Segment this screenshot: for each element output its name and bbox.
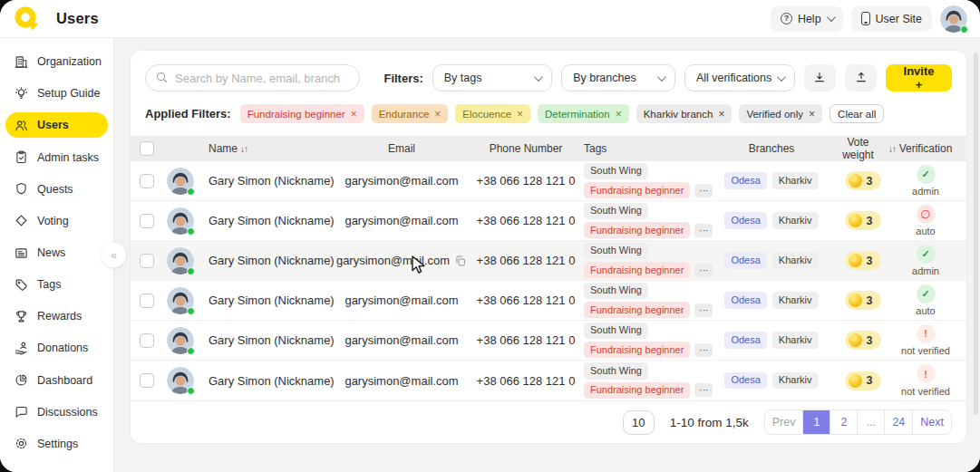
help-button[interactable]: ? Help	[771, 6, 843, 32]
app-logo-icon[interactable]	[15, 6, 39, 31]
more-tags-button[interactable]: ···	[694, 224, 713, 237]
chevron-down-icon	[827, 13, 836, 22]
search-input[interactable]	[145, 64, 360, 92]
sidebar-item-rewards[interactable]: Rewards	[5, 303, 108, 329]
sidebar-collapse-button[interactable]: «	[102, 243, 126, 267]
row-checkbox[interactable]	[140, 333, 154, 348]
verification-badge-icon	[917, 245, 936, 264]
tag-chip: South Wing	[584, 243, 648, 259]
sidebar-item-settings[interactable]: Settings	[5, 431, 108, 457]
table-row[interactable]: Gary Simon (Nickname) garysimon@mail.com…	[131, 281, 966, 321]
sidebar-item-users[interactable]: Users	[5, 112, 108, 138]
verification-label: not verified	[901, 386, 950, 397]
select-all-checkbox[interactable]	[140, 141, 154, 156]
row-checkbox[interactable]	[140, 373, 154, 388]
sidebar-item-news[interactable]: News	[5, 240, 108, 265]
user-email: garysimon@mail.com	[344, 174, 458, 188]
tag-chip: South Wing	[584, 203, 648, 219]
row-checkbox[interactable]	[140, 214, 154, 228]
more-tags-button[interactable]: ···	[694, 184, 713, 197]
user-site-button[interactable]: User Site	[851, 6, 932, 32]
user-site-label: User Site	[876, 13, 922, 25]
sort-icon[interactable]: ↓↑	[888, 144, 896, 154]
remove-filter-icon[interactable]: ×	[809, 109, 815, 120]
filter-chip: Determination×	[538, 104, 629, 123]
user-avatar	[167, 207, 194, 235]
table-row[interactable]: Gary Simon (Nickname) garysimon@mail.com…	[131, 321, 966, 361]
tag-chip: South Wing	[584, 283, 648, 299]
newspaper-icon	[14, 246, 29, 261]
sidebar-item-donations[interactable]: Donations	[5, 335, 108, 361]
user-name: Gary Simon (Nickname)	[209, 374, 335, 388]
sidebar-item-dashboard[interactable]: Dashboard	[5, 368, 108, 393]
page-size-select[interactable]: 10	[623, 410, 655, 435]
more-tags-button[interactable]: ···	[694, 303, 713, 317]
online-status-dot	[187, 188, 195, 196]
filter-chip-label: Elocuence	[462, 109, 511, 120]
sidebar-item-admin-tasks[interactable]: Admin tasks	[5, 144, 108, 169]
user-name: Gary Simon (Nickname)	[209, 333, 335, 347]
user-avatar	[167, 327, 194, 354]
row-checkbox[interactable]	[140, 174, 154, 188]
invite-button[interactable]: Invite +	[886, 64, 952, 92]
sidebar-item-voting[interactable]: Voting	[5, 208, 108, 234]
sidebar-item-tags[interactable]: Tags	[5, 272, 108, 297]
row-checkbox[interactable]	[140, 254, 154, 268]
sort-icon[interactable]: ↓↑	[240, 144, 247, 154]
table-row[interactable]: Gary Simon (Nickname) garysimon@mail.com…	[131, 201, 966, 241]
pagination-bar: 10 1-10 from 1,5k Prev 1 2 ... 24 Next	[131, 400, 966, 443]
gear-icon	[14, 436, 29, 451]
sidebar-item-quests[interactable]: Quests	[5, 177, 108, 202]
search-icon	[155, 71, 169, 84]
verification-label: auto	[916, 226, 935, 236]
more-tags-button[interactable]: ···	[694, 383, 713, 397]
vote-weight-pill: 3	[845, 251, 882, 270]
tags-filter-value: By tags	[444, 72, 482, 84]
row-checkbox[interactable]	[140, 294, 154, 308]
more-tags-button[interactable]: ···	[694, 343, 713, 357]
table-row[interactable]: Gary Simon (Nickname) garysimon@mail.com…	[131, 241, 966, 281]
copy-email-icon[interactable]	[454, 255, 467, 267]
remove-filter-icon[interactable]: ×	[351, 109, 357, 120]
next-page-button[interactable]: Next	[912, 410, 951, 434]
branches-filter-dropdown[interactable]: By branches	[561, 64, 675, 92]
upload-button[interactable]	[845, 64, 877, 92]
branch-chip: Odesa	[724, 332, 766, 348]
sidebar-item-setup-guide[interactable]: Setup Guide	[5, 81, 108, 106]
table-row[interactable]: Gary Simon (Nickname) garysimon@mail.com…	[131, 161, 966, 201]
remove-filter-icon[interactable]: ×	[718, 109, 724, 120]
trophy-icon	[14, 309, 29, 324]
user-name: Gary Simon (Nickname)	[209, 214, 335, 227]
verifications-filter-dropdown[interactable]: All verifications	[684, 64, 795, 92]
download-button[interactable]	[804, 64, 836, 92]
filter-chip-label: Verified only	[746, 109, 803, 120]
page-ellipsis: ...	[857, 410, 884, 434]
remove-filter-icon[interactable]: ×	[434, 109, 441, 120]
question-icon: ?	[781, 13, 792, 24]
page-button-2[interactable]: 2	[830, 410, 857, 434]
remove-filter-icon[interactable]: ×	[517, 109, 523, 120]
verification-badge-icon	[917, 205, 936, 224]
vote-weight-value: 3	[867, 215, 873, 227]
scrollbar[interactable]	[974, 53, 978, 415]
sidebar-item-discussions[interactable]: Discussions	[5, 400, 108, 425]
sidebar-item-label: Setup Guide	[37, 87, 101, 100]
branch-chip: Kharkiv	[772, 172, 819, 188]
clear-all-filters-button[interactable]: Clear all	[830, 104, 884, 123]
page-button-1[interactable]: 1	[802, 410, 830, 434]
more-tags-button[interactable]: ···	[694, 264, 713, 277]
column-header-name[interactable]: Name	[209, 142, 238, 155]
vote-weight-value: 3	[867, 175, 873, 188]
lightbulb-icon	[14, 86, 29, 101]
profile-avatar[interactable]	[940, 5, 967, 33]
page-button-24[interactable]: 24	[884, 410, 912, 434]
tag-chip: Fundraising beginner	[584, 302, 690, 318]
sidebar-item-organization[interactable]: Organization	[5, 49, 108, 74]
tags-filter-dropdown[interactable]: By tags	[432, 64, 552, 92]
prev-page-button[interactable]: Prev	[765, 410, 803, 434]
column-header-vote-weight[interactable]: Vote weight	[830, 136, 886, 161]
table-row[interactable]: Gary Simon (Nickname) garysimon@mail.com…	[131, 361, 966, 400]
branch-chip: Odesa	[724, 252, 766, 268]
remove-filter-icon[interactable]: ×	[616, 109, 622, 120]
user-avatar	[167, 287, 194, 314]
